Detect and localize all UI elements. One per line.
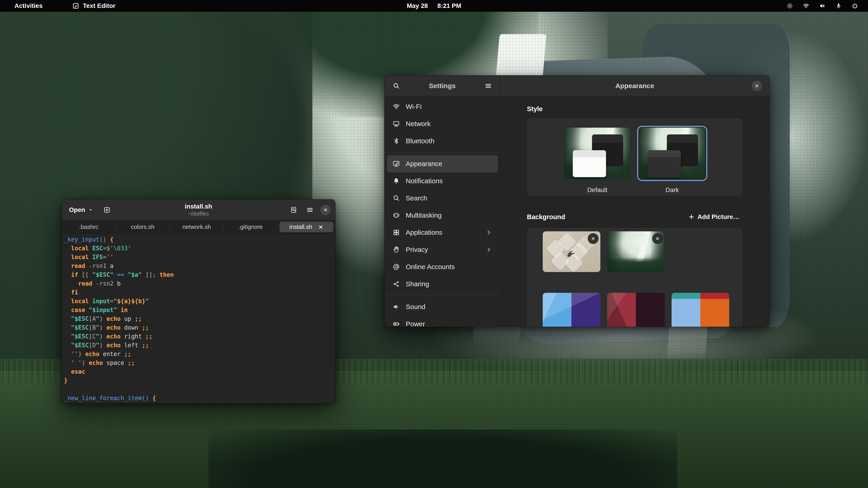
microphone-icon — [835, 3, 842, 9]
sidebar-item-bluetooth[interactable]: Bluetooth — [387, 132, 498, 150]
tab-close-icon[interactable] — [318, 224, 323, 230]
sidebar-item-online-accounts[interactable]: Online Accounts — [387, 258, 498, 275]
panel-title: Appearance — [615, 82, 654, 90]
dragon-icon — [562, 243, 581, 262]
activities-button[interactable]: Activities — [14, 0, 43, 12]
mock-window-front — [648, 150, 681, 177]
clock-button[interactable]: May 28 8:21 PM — [407, 0, 461, 12]
style-section-label: Style — [527, 105, 743, 113]
code-line: read -rsn2 b — [64, 279, 335, 288]
editor-tab-bashrc[interactable]: .bashrc — [62, 220, 116, 234]
code-line: } — [64, 376, 335, 385]
code-line: read -rsn1 a — [64, 262, 335, 270]
style-option-default[interactable]: Default — [564, 128, 631, 196]
volume-icon — [819, 3, 826, 9]
appearance-panel: Appearance Style DefaultDark Background … — [500, 75, 769, 327]
code-line: "$ESC[C") echo right ;; — [64, 332, 335, 341]
notifications-icon — [393, 177, 400, 185]
tab-label: .gitignore — [239, 223, 263, 230]
editor-headerbar[interactable]: Open install.sh ~/dotfiles — [62, 199, 335, 220]
privacy-icon — [393, 246, 400, 253]
sidebar-item-label: Online Accounts — [406, 263, 455, 271]
code-line: '') echo enter ;; — [64, 350, 335, 359]
editor-tab-gitignore[interactable]: .gitignore — [223, 220, 278, 234]
system-tray[interactable] — [786, 3, 858, 9]
focused-app-indicator[interactable]: Text Editor — [72, 0, 116, 12]
menu-icon[interactable] — [304, 204, 316, 216]
editor-tab-install-sh[interactable]: install.sh — [279, 222, 333, 232]
settings-close-button[interactable] — [752, 80, 762, 91]
brightness-icon — [786, 3, 793, 9]
background-thumb-forest-waterfall[interactable] — [607, 231, 665, 272]
sidebar-item-label: Sound — [406, 303, 426, 311]
code-line: fi — [64, 288, 335, 297]
panel-headerbar[interactable]: Appearance — [500, 75, 769, 96]
sidebar-item-label: Multitasking — [406, 212, 441, 219]
editor-tab-colors-sh[interactable]: colors.sh — [116, 220, 170, 234]
sidebar-item-label: Sharing — [406, 280, 429, 288]
editor-tab-network-sh[interactable]: network.sh — [170, 220, 224, 234]
sidebar-item-power[interactable]: Power — [387, 315, 498, 327]
sound-icon — [393, 303, 400, 311]
time-label: 8:21 PM — [437, 2, 461, 9]
sidebar-list: Wi-FiNetworkBluetoothAppearanceNotificat… — [384, 96, 500, 327]
chevron-right-icon — [486, 229, 492, 236]
code-line: esac — [64, 367, 335, 376]
background-thumb-drips-blue-orange[interactable] — [672, 293, 729, 327]
background-thumb-waves-red-dark[interactable] — [607, 293, 665, 327]
tab-label: install.sh — [289, 223, 312, 230]
sidebar-item-privacy[interactable]: Privacy — [387, 241, 498, 258]
new-tab-button[interactable] — [101, 204, 113, 216]
sharing-icon — [393, 281, 400, 288]
sidebar-item-notifications[interactable]: Notifications — [387, 172, 498, 190]
style-option-dark[interactable]: Dark — [639, 128, 706, 196]
preset-backgrounds-row — [543, 293, 743, 327]
style-thumb-default[interactable] — [564, 128, 631, 179]
mock-window-front — [573, 150, 606, 177]
sidebar-headerbar[interactable]: Settings — [384, 75, 500, 96]
remove-background-button[interactable] — [652, 233, 663, 244]
preview-icon[interactable] — [288, 204, 300, 216]
wifi-icon — [803, 3, 809, 9]
document-path: ~/dotfiles — [185, 211, 212, 217]
search-icon[interactable] — [391, 80, 402, 92]
sidebar-item-multitasking[interactable]: Multitasking — [387, 207, 498, 224]
sidebar-item-network[interactable]: Network — [387, 115, 498, 132]
editor-close-button[interactable] — [320, 205, 331, 215]
sidebar-item-appearance[interactable]: Appearance — [387, 155, 498, 172]
open-button[interactable]: Open — [66, 204, 96, 215]
open-button-label: Open — [69, 206, 85, 214]
settings-window: Settings Wi-FiNetworkBluetoothAppearance… — [384, 75, 770, 327]
document-title: install.sh — [185, 203, 212, 210]
background-thumb-dragon-tiles[interactable] — [543, 231, 600, 272]
style-thumb-dark[interactable] — [639, 128, 706, 179]
sidebar-item-sound[interactable]: Sound — [387, 298, 498, 315]
sidebar-item-label: Network — [406, 120, 431, 128]
sidebar-item-applications[interactable]: Applications — [387, 224, 498, 241]
panel-body: Style DefaultDark Background Add Picture… — [500, 96, 769, 327]
sidebar-item-wi-fi[interactable]: Wi-Fi — [387, 98, 498, 115]
add-picture-button[interactable]: Add Picture… — [685, 212, 743, 222]
background-card — [527, 228, 743, 327]
code-line: local input="${a}${b}" — [64, 297, 335, 306]
sidebar-item-label: Privacy — [406, 246, 428, 254]
plus-icon — [688, 214, 694, 220]
code-line: if [[ "$ESC" == "$a" ]]; then — [64, 270, 335, 279]
code-line: local IFS='' — [64, 253, 335, 262]
background-section-label: Background — [527, 213, 565, 221]
code-line — [64, 385, 335, 394]
style-option-label: Dark — [665, 186, 679, 194]
background-thumb-geometric-blue-purple[interactable] — [543, 293, 600, 327]
sidebar-item-label: Applications — [406, 229, 442, 236]
text-editor-window: Open install.sh ~/dotfiles .bashrccolors… — [61, 199, 336, 403]
sidebar-item-sharing[interactable]: Sharing — [387, 275, 498, 293]
code-editor[interactable]: _key_input() { local ESC=$'\033' local I… — [62, 234, 335, 403]
text-editor-app-icon — [72, 2, 79, 9]
sidebar-item-search[interactable]: Search — [387, 190, 498, 207]
remove-background-button[interactable] — [588, 233, 598, 244]
code-line: "$ESC[A") echo up ;; — [64, 315, 335, 323]
sidebar-item-label: Search — [406, 194, 427, 202]
code-line: "$ESC[D") echo left ;; — [64, 341, 335, 350]
main-menu-icon[interactable] — [483, 80, 494, 92]
user-backgrounds-row — [543, 231, 743, 272]
